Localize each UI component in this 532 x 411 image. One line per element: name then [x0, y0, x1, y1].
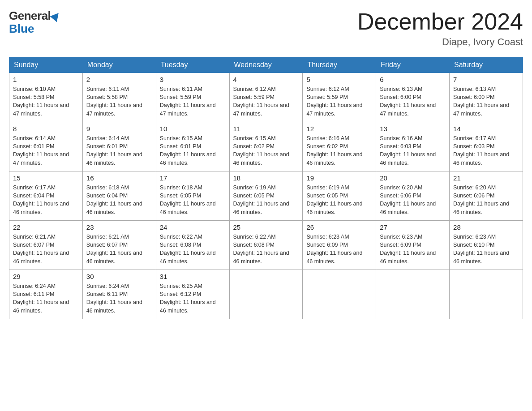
- day-number: 31: [160, 273, 226, 280]
- calendar-cell: 23Sunrise: 6:21 AMSunset: 6:07 PMDayligh…: [82, 221, 156, 270]
- day-number: 14: [453, 125, 519, 133]
- calendar-day-header: Saturday: [450, 57, 523, 73]
- calendar-header-row: SundayMondayTuesdayWednesdayThursdayFrid…: [9, 57, 523, 73]
- calendar-day-header: Thursday: [303, 57, 376, 73]
- calendar-day-header: Sunday: [9, 57, 83, 73]
- calendar-cell: 6Sunrise: 6:13 AMSunset: 6:00 PMDaylight…: [376, 73, 450, 122]
- calendar-cell: 25Sunrise: 6:22 AMSunset: 6:08 PMDayligh…: [229, 221, 303, 270]
- calendar-cell: 4Sunrise: 6:12 AMSunset: 5:59 PMDaylight…: [229, 73, 303, 122]
- calendar-cell: 12Sunrise: 6:16 AMSunset: 6:02 PMDayligh…: [303, 122, 376, 171]
- day-number: 5: [306, 76, 372, 83]
- day-info: Sunrise: 6:23 AMSunset: 6:09 PMDaylight:…: [380, 233, 446, 265]
- logo-triangle-icon: [50, 10, 62, 22]
- day-number: 1: [13, 76, 79, 83]
- calendar-cell: [303, 270, 376, 319]
- day-info: Sunrise: 6:13 AMSunset: 6:00 PMDaylight:…: [453, 85, 519, 118]
- day-number: 11: [233, 125, 299, 133]
- day-number: 16: [86, 174, 152, 182]
- title-block: December 2024 Diape, Ivory Coast: [357, 9, 523, 48]
- calendar-cell: 14Sunrise: 6:17 AMSunset: 6:03 PMDayligh…: [450, 122, 523, 171]
- day-info: Sunrise: 6:20 AMSunset: 6:06 PMDaylight:…: [453, 184, 519, 216]
- day-info: Sunrise: 6:24 AMSunset: 6:11 PMDaylight:…: [13, 282, 79, 315]
- day-number: 15: [13, 174, 79, 182]
- calendar-cell: 31Sunrise: 6:25 AMSunset: 6:12 PMDayligh…: [156, 270, 229, 319]
- day-info: Sunrise: 6:18 AMSunset: 6:05 PMDaylight:…: [160, 184, 226, 216]
- day-info: Sunrise: 6:22 AMSunset: 6:08 PMDaylight:…: [160, 233, 226, 265]
- day-number: 9: [86, 125, 152, 133]
- day-number: 27: [380, 223, 446, 231]
- calendar-cell: 21Sunrise: 6:20 AMSunset: 6:06 PMDayligh…: [450, 171, 523, 221]
- calendar-cell: 10Sunrise: 6:15 AMSunset: 6:01 PMDayligh…: [156, 122, 229, 171]
- day-info: Sunrise: 6:13 AMSunset: 6:00 PMDaylight:…: [380, 85, 446, 118]
- calendar-cell: 22Sunrise: 6:21 AMSunset: 6:07 PMDayligh…: [9, 221, 83, 270]
- calendar-cell: 29Sunrise: 6:24 AMSunset: 6:11 PMDayligh…: [9, 270, 83, 319]
- day-number: 23: [86, 223, 152, 231]
- calendar-cell: 13Sunrise: 6:16 AMSunset: 6:03 PMDayligh…: [376, 122, 450, 171]
- day-number: 17: [160, 174, 226, 182]
- day-info: Sunrise: 6:25 AMSunset: 6:12 PMDaylight:…: [160, 282, 226, 315]
- calendar-cell: 24Sunrise: 6:22 AMSunset: 6:08 PMDayligh…: [156, 221, 229, 270]
- day-info: Sunrise: 6:10 AMSunset: 5:58 PMDaylight:…: [13, 85, 79, 118]
- calendar-cell: [450, 270, 523, 319]
- calendar-table: SundayMondayTuesdayWednesdayThursdayFrid…: [9, 57, 523, 319]
- calendar-cell: 30Sunrise: 6:24 AMSunset: 6:11 PMDayligh…: [82, 270, 156, 319]
- calendar-week-row: 15Sunrise: 6:17 AMSunset: 6:04 PMDayligh…: [9, 171, 523, 221]
- day-info: Sunrise: 6:12 AMSunset: 5:59 PMDaylight:…: [233, 85, 299, 118]
- day-info: Sunrise: 6:14 AMSunset: 6:01 PMDaylight:…: [13, 134, 79, 167]
- calendar-cell: 15Sunrise: 6:17 AMSunset: 6:04 PMDayligh…: [9, 171, 83, 221]
- day-number: 7: [453, 76, 519, 83]
- calendar-day-header: Tuesday: [156, 57, 229, 73]
- day-info: Sunrise: 6:15 AMSunset: 6:01 PMDaylight:…: [160, 134, 226, 167]
- day-number: 20: [380, 174, 446, 182]
- day-number: 28: [453, 223, 519, 231]
- month-title: December 2024: [357, 9, 523, 34]
- day-number: 4: [233, 76, 299, 83]
- location-text: Diape, Ivory Coast: [357, 36, 523, 48]
- day-info: Sunrise: 6:21 AMSunset: 6:07 PMDaylight:…: [13, 233, 79, 265]
- day-info: Sunrise: 6:12 AMSunset: 5:59 PMDaylight:…: [306, 85, 372, 118]
- calendar-cell: 16Sunrise: 6:18 AMSunset: 6:04 PMDayligh…: [82, 171, 156, 221]
- calendar-week-row: 29Sunrise: 6:24 AMSunset: 6:11 PMDayligh…: [9, 270, 523, 319]
- calendar-cell: 19Sunrise: 6:19 AMSunset: 6:05 PMDayligh…: [303, 171, 376, 221]
- day-info: Sunrise: 6:11 AMSunset: 5:59 PMDaylight:…: [160, 85, 226, 118]
- calendar-cell: 8Sunrise: 6:14 AMSunset: 6:01 PMDaylight…: [9, 122, 83, 171]
- calendar-cell: 11Sunrise: 6:15 AMSunset: 6:02 PMDayligh…: [229, 122, 303, 171]
- calendar-cell: 5Sunrise: 6:12 AMSunset: 5:59 PMDaylight…: [303, 73, 376, 122]
- logo-general-text: General: [9, 9, 51, 23]
- day-info: Sunrise: 6:17 AMSunset: 6:04 PMDaylight:…: [13, 184, 79, 216]
- calendar-cell: 17Sunrise: 6:18 AMSunset: 6:05 PMDayligh…: [156, 171, 229, 221]
- day-number: 24: [160, 223, 226, 231]
- day-info: Sunrise: 6:23 AMSunset: 6:10 PMDaylight:…: [453, 233, 519, 265]
- day-number: 21: [453, 174, 519, 182]
- calendar-cell: 20Sunrise: 6:20 AMSunset: 6:06 PMDayligh…: [376, 171, 450, 221]
- day-info: Sunrise: 6:18 AMSunset: 6:04 PMDaylight:…: [86, 184, 152, 216]
- day-info: Sunrise: 6:22 AMSunset: 6:08 PMDaylight:…: [233, 233, 299, 265]
- calendar-cell: 3Sunrise: 6:11 AMSunset: 5:59 PMDaylight…: [156, 73, 229, 122]
- calendar-day-header: Monday: [82, 57, 156, 73]
- page-header: General Blue December 2024 Diape, Ivory …: [9, 9, 523, 48]
- day-info: Sunrise: 6:23 AMSunset: 6:09 PMDaylight:…: [306, 233, 372, 265]
- day-number: 13: [380, 125, 446, 133]
- day-info: Sunrise: 6:19 AMSunset: 6:05 PMDaylight:…: [306, 184, 372, 216]
- day-info: Sunrise: 6:16 AMSunset: 6:02 PMDaylight:…: [306, 134, 372, 167]
- calendar-cell: 1Sunrise: 6:10 AMSunset: 5:58 PMDaylight…: [9, 73, 83, 122]
- day-number: 19: [306, 174, 372, 182]
- calendar-cell: [376, 270, 450, 319]
- day-info: Sunrise: 6:16 AMSunset: 6:03 PMDaylight:…: [380, 134, 446, 167]
- day-number: 18: [233, 174, 299, 182]
- calendar-cell: 9Sunrise: 6:14 AMSunset: 6:01 PMDaylight…: [82, 122, 156, 171]
- day-number: 30: [86, 273, 152, 280]
- day-number: 6: [380, 76, 446, 83]
- day-number: 8: [13, 125, 79, 133]
- calendar-cell: 2Sunrise: 6:11 AMSunset: 5:58 PMDaylight…: [82, 73, 156, 122]
- day-info: Sunrise: 6:14 AMSunset: 6:01 PMDaylight:…: [86, 134, 152, 167]
- day-info: Sunrise: 6:24 AMSunset: 6:11 PMDaylight:…: [86, 282, 152, 315]
- calendar-day-header: Wednesday: [229, 57, 303, 73]
- calendar-cell: 27Sunrise: 6:23 AMSunset: 6:09 PMDayligh…: [376, 221, 450, 270]
- day-number: 25: [233, 223, 299, 231]
- calendar-week-row: 8Sunrise: 6:14 AMSunset: 6:01 PMDaylight…: [9, 122, 523, 171]
- day-info: Sunrise: 6:21 AMSunset: 6:07 PMDaylight:…: [86, 233, 152, 265]
- calendar-week-row: 1Sunrise: 6:10 AMSunset: 5:58 PMDaylight…: [9, 73, 523, 122]
- day-info: Sunrise: 6:19 AMSunset: 6:05 PMDaylight:…: [233, 184, 299, 216]
- day-number: 10: [160, 125, 226, 133]
